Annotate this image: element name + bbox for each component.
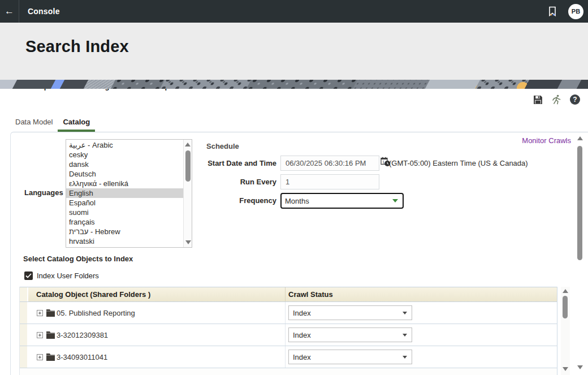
bookmark-icon[interactable] (544, 3, 560, 19)
crawl-status-select[interactable]: Index (288, 350, 412, 364)
table-row-partial (20, 368, 557, 375)
topbar: ← Console PB (0, 0, 588, 23)
crawl-status-value: Index (289, 353, 403, 361)
scroll-up-icon[interactable] (577, 136, 583, 140)
table-row: 05. Published Reporting Index (20, 302, 557, 324)
languages-label: Languages (24, 188, 63, 197)
catalog-object-name: 3-34093011041 (57, 353, 107, 361)
language-option[interactable]: italiano (66, 246, 183, 248)
row-gutter (20, 324, 28, 346)
select-catalog-heading: Select Catalog Objects to Index (23, 255, 133, 263)
table-row: 3-32012309381 Index (20, 324, 557, 346)
topbar-divider (19, 0, 19, 23)
index-user-folders-row[interactable]: Index User Folders (24, 271, 99, 280)
language-option[interactable]: suomi (66, 208, 183, 217)
crawl-status-value: Index (289, 309, 403, 317)
expand-icon[interactable] (37, 354, 43, 360)
help-icon[interactable]: ? (569, 94, 581, 105)
scroll-down-icon[interactable] (577, 365, 583, 369)
frequency-select[interactable]: Months (280, 193, 404, 209)
language-option[interactable]: hrvatski (66, 236, 183, 246)
crawl-status-value: Index (289, 331, 403, 339)
crawl-status-select[interactable]: Index (288, 327, 412, 342)
language-option[interactable]: cesky (66, 150, 183, 160)
column-header-catalog-object: Catalog Object (Shared Folders ) (36, 287, 150, 301)
folder-icon (46, 331, 55, 341)
tab-catalog[interactable]: Catalog (58, 114, 95, 132)
chevron-down-icon (403, 334, 407, 337)
catalog-object-name: 3-32012309381 (57, 331, 108, 339)
folder-icon (46, 353, 55, 363)
column-header-crawl-status: Crawl Status (288, 287, 333, 301)
scroll-down-icon[interactable] (185, 240, 191, 244)
language-option[interactable]: Deutsch (66, 169, 183, 179)
user-avatar[interactable]: PB (568, 4, 583, 19)
language-option[interactable]: français (66, 217, 183, 227)
tab-data-model[interactable]: Data Model (10, 114, 58, 132)
svg-text:1: 1 (382, 160, 384, 164)
language-option[interactable]: عربية - Arabic (66, 140, 183, 150)
tab-bar: Data Model Catalog (10, 114, 95, 132)
catalog-objects-table: Catalog Object (Shared Folders ) Crawl S… (19, 287, 557, 375)
crawl-status-select[interactable]: Index (288, 305, 412, 320)
run-every-label: Run Every (178, 174, 276, 189)
monitor-crawls-link[interactable]: Monitor Crawls (522, 136, 571, 145)
timezone-label: (GMT-05:00) Eastern Time (US & Canada) (389, 159, 528, 167)
scroll-up-icon[interactable] (185, 143, 191, 146)
chevron-down-icon (403, 356, 407, 359)
catalog-panel: Monitor Crawls Languages عربية - Arabic … (10, 132, 588, 375)
crawler-run-icon[interactable] (551, 94, 562, 105)
start-date-label: Start Date and Time (178, 156, 276, 171)
chevron-down-icon (403, 312, 407, 314)
schedule-heading: Schedule (206, 142, 239, 150)
index-user-folders-label: Index User Folders (37, 271, 99, 280)
scrollbar-thumb[interactable] (577, 146, 582, 260)
save-icon[interactable] (532, 94, 543, 105)
expand-icon[interactable] (37, 310, 43, 316)
row-gutter (20, 346, 28, 368)
page-title: Search Index (25, 37, 129, 56)
language-option[interactable]: ελληνικά - elleniká (66, 179, 183, 188)
frequency-label: Frequency (178, 193, 276, 208)
table-header-row: Catalog Object (Shared Folders ) Crawl S… (20, 287, 557, 302)
table-gutter (20, 287, 28, 301)
search-index-page: ← Console PB Search Index Set up content… (0, 0, 588, 375)
row-gutter (20, 302, 28, 324)
index-user-folders-checkbox[interactable] (24, 271, 33, 280)
languages-listbox[interactable]: عربية - Arabic cesky dansk Deutsch ελλην… (66, 139, 192, 248)
panel-scrollbar[interactable] (576, 136, 584, 370)
language-option[interactable]: עברית - Hebrew (66, 227, 183, 236)
scrollbar-thumb[interactable] (563, 296, 568, 318)
page-header: Search Index Set up content indexing and… (0, 23, 588, 80)
expand-icon[interactable] (37, 332, 43, 338)
scroll-up-icon[interactable] (563, 289, 568, 293)
frequency-value: Months (282, 197, 392, 205)
action-toolbar: ? (532, 94, 581, 105)
chevron-down-icon (392, 199, 398, 202)
language-option[interactable]: dansk (66, 160, 183, 169)
language-option[interactable]: Español (66, 198, 183, 208)
table-row: 3-34093011041 Index (20, 346, 557, 368)
scroll-down-icon[interactable] (563, 367, 568, 371)
catalog-object-name: 05. Published Reporting (57, 309, 135, 317)
check-icon (25, 273, 32, 278)
run-every-input[interactable] (280, 174, 379, 189)
banner-decoration (0, 80, 588, 89)
start-date-input[interactable] (280, 156, 379, 171)
table-scrollbar[interactable] (561, 287, 570, 375)
back-button[interactable]: ← (0, 0, 19, 23)
app-title: Console (28, 7, 60, 16)
folder-icon (46, 309, 55, 319)
language-option-selected[interactable]: English (66, 188, 183, 198)
